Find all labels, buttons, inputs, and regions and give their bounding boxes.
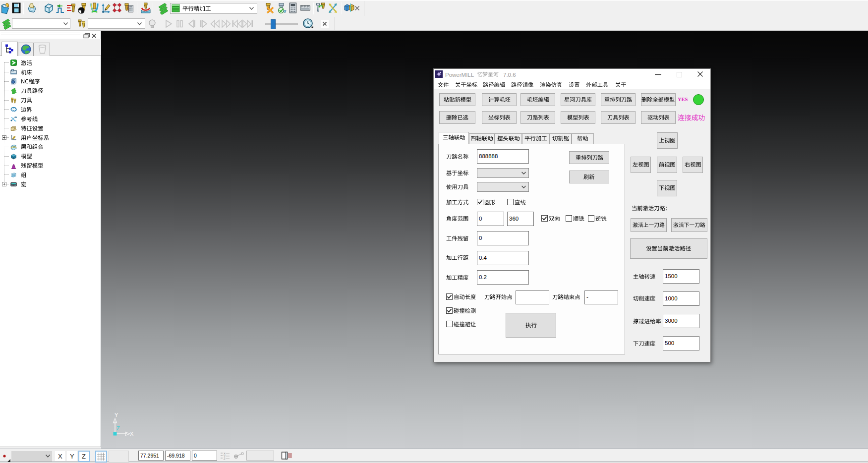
- svg-text:Y: Y: [115, 412, 118, 418]
- svg-text:X: X: [130, 431, 134, 437]
- svg-text:Z: Z: [116, 425, 120, 431]
